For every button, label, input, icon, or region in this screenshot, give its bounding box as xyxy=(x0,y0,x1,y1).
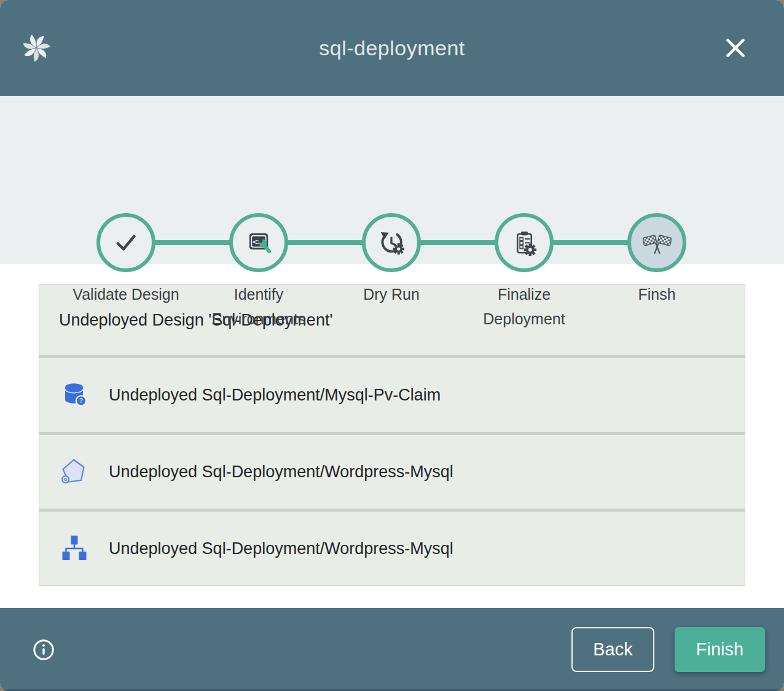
modal-title: sql-deployment xyxy=(0,0,784,96)
clipboard-gear-icon xyxy=(510,228,539,257)
step-finish: Finsh xyxy=(590,213,723,331)
tree-icon xyxy=(60,534,88,563)
step-circle-finalize-deployment xyxy=(495,213,554,272)
code-wrench-icon: <> xyxy=(245,228,273,257)
stepper-steps: Validate Design <> Identify Environments xyxy=(60,213,723,331)
modal-header: sql-deployment xyxy=(0,0,784,96)
result-row-wordpress-mysql-tree: Undeployed Sql-Deployment/Wordpress-Mysq… xyxy=(39,512,745,585)
result-row-mysql-pv-claim: ? Undeployed Sql-Deployment/Mysql-Pv-Cla… xyxy=(39,358,745,432)
step-label: Dry Run xyxy=(363,282,420,306)
pentagon-icon xyxy=(60,458,88,486)
step-validate-design: Validate Design xyxy=(60,213,192,331)
back-button[interactable]: Back xyxy=(571,627,654,672)
step-circle-finish xyxy=(627,213,686,272)
svg-text:?: ? xyxy=(79,397,83,404)
result-text: Undeployed Sql-Deployment/Wordpress-Mysq… xyxy=(109,463,453,482)
info-button[interactable] xyxy=(32,638,55,662)
step-label: Finsh xyxy=(638,282,675,306)
step-label: Validate Design xyxy=(73,282,179,306)
step-label: Finalize Deployment xyxy=(458,282,590,331)
step-circle-validate-design xyxy=(96,213,155,272)
modal-footer: Back Finish xyxy=(0,608,784,691)
step-circle-dry-run xyxy=(362,213,421,272)
info-icon xyxy=(32,638,55,662)
deployment-wizard-modal: sql-deployment Validate Design xyxy=(0,0,784,691)
result-row-wordpress-mysql-config: Undeployed Sql-Deployment/Wordpress-Mysq… xyxy=(39,435,745,509)
close-button[interactable] xyxy=(723,35,748,61)
result-text: Undeployed Sql-Deployment/Wordpress-Mysq… xyxy=(109,539,453,558)
checkered-flags-icon xyxy=(643,228,672,257)
database-icon: ? xyxy=(60,381,88,409)
step-finalize-deployment: Finalize Deployment xyxy=(458,213,590,331)
wizard-stepper: Validate Design <> Identify Environments xyxy=(0,96,784,264)
step-dry-run: Dry Run xyxy=(325,213,458,331)
history-gear-icon xyxy=(377,228,406,257)
finish-button[interactable]: Finish xyxy=(675,627,765,672)
result-text: Undeployed Sql-Deployment/Mysql-Pv-Claim xyxy=(109,386,441,405)
step-label: Identify Environments xyxy=(192,282,325,331)
check-icon xyxy=(112,228,140,257)
step-circle-identify-environments: <> xyxy=(229,213,288,272)
step-identify-environments: <> Identify Environments xyxy=(192,213,325,331)
close-icon xyxy=(723,35,748,61)
